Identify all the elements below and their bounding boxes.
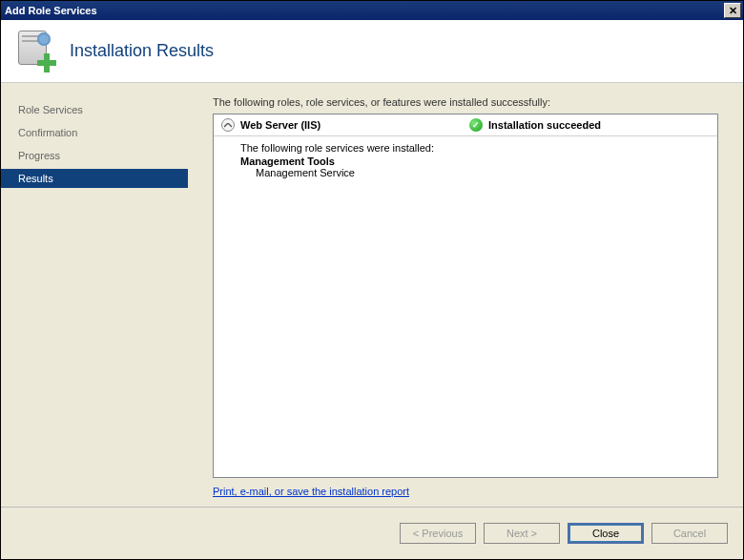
- previous-button: < Previous: [400, 523, 476, 544]
- wizard-header: Installation Results: [1, 20, 743, 83]
- close-button[interactable]: Close: [568, 523, 644, 544]
- role-name: Web Server (IIS): [240, 119, 469, 131]
- sidebar-item-progress[interactable]: Progress: [1, 146, 188, 165]
- sidebar-item-results[interactable]: Results: [1, 169, 188, 188]
- results-panel: Web Server (IIS) ✓ Installation succeede…: [213, 114, 718, 478]
- role-details: The following role services were install…: [214, 136, 717, 184]
- status-text: Installation succeeded: [488, 119, 601, 131]
- role-subitem: Management Service: [240, 167, 708, 178]
- report-link[interactable]: Print, e-mail, or save the installation …: [213, 478, 718, 507]
- titlebar: Add Role Services ✕: [1, 1, 743, 20]
- chevron-up-icon[interactable]: [221, 118, 235, 132]
- footer: < Previous Next > Close Cancel: [1, 507, 743, 559]
- window-title: Add Role Services: [5, 5, 97, 16]
- body-area: Role Services Confirmation Progress Resu…: [1, 83, 743, 507]
- main-panel: The following roles, role services, or f…: [188, 83, 743, 507]
- role-group: Management Tools: [240, 156, 708, 167]
- intro-text: The following roles, role services, or f…: [213, 96, 718, 108]
- sidebar-item-confirmation[interactable]: Confirmation: [1, 123, 188, 142]
- page-title: Installation Results: [70, 41, 214, 61]
- wizard-icon: [14, 31, 56, 73]
- close-icon[interactable]: ✕: [724, 3, 741, 18]
- next-button: Next >: [484, 523, 560, 544]
- role-header[interactable]: Web Server (IIS) ✓ Installation succeede…: [214, 114, 717, 136]
- sidebar: Role Services Confirmation Progress Resu…: [1, 83, 188, 507]
- success-icon: ✓: [469, 118, 483, 132]
- sidebar-item-role-services[interactable]: Role Services: [1, 100, 188, 119]
- role-subtext: The following role services were install…: [240, 142, 708, 154]
- cancel-button: Cancel: [651, 523, 728, 544]
